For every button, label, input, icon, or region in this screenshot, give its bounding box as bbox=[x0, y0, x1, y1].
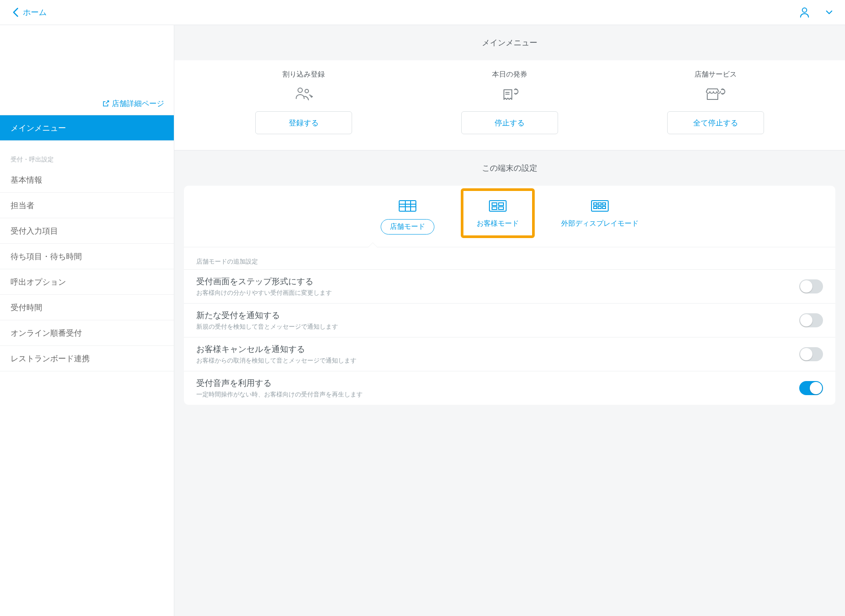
store-detail-label: 店舗詳細ページ bbox=[112, 99, 164, 109]
setting-desc: お客様向けの分かりやすい受付画面に変更します bbox=[196, 289, 332, 297]
header-actions bbox=[799, 7, 833, 18]
device-settings-title: この端末の設定 bbox=[174, 150, 845, 186]
action-label: 本日の発券 bbox=[492, 70, 527, 79]
sidebar-item-label: 呼出オプション bbox=[11, 277, 66, 287]
sidebar-item-online-queue[interactable]: オンライン順番受付 bbox=[0, 320, 174, 346]
sidebar-item-reception-hours[interactable]: 受付時間 bbox=[0, 295, 174, 320]
svg-point-1 bbox=[298, 88, 302, 92]
svg-rect-3 bbox=[399, 201, 416, 211]
sidebar-item-call-options[interactable]: 呼出オプション bbox=[0, 269, 174, 295]
store-detail-link[interactable]: 店舗詳細ページ bbox=[103, 99, 164, 109]
svg-rect-19 bbox=[603, 206, 606, 209]
sidebar-item-label: メインメニュー bbox=[11, 123, 66, 133]
button-label: 停止する bbox=[495, 118, 525, 128]
svg-rect-14 bbox=[594, 203, 597, 205]
svg-rect-15 bbox=[598, 203, 601, 205]
svg-rect-11 bbox=[492, 207, 497, 209]
mode-store[interactable]: 店舗モード bbox=[381, 199, 434, 235]
chevron-left-icon bbox=[12, 7, 19, 17]
stop-button[interactable]: 停止する bbox=[461, 111, 558, 134]
store-mode-icon bbox=[397, 199, 418, 213]
setting-text: 新たな受付を通知する 新規の受付を検知して音とメッセージで通知します bbox=[196, 310, 338, 331]
action-label: 店舗サービス bbox=[694, 70, 737, 79]
sidebar: 店舗詳細ページ メインメニュー 受付・呼出設定 基本情報 担当者 受付入力項目 … bbox=[0, 25, 174, 616]
chevron-down-icon[interactable] bbox=[826, 10, 833, 15]
user-icon[interactable] bbox=[799, 7, 810, 18]
action-interrupt-register: 割り込み登録 登録する bbox=[249, 70, 359, 134]
sidebar-item-wait-items[interactable]: 待ち項目・待ち時間 bbox=[0, 244, 174, 269]
main-actions-row: 割り込み登録 登録する 本日の発券 停止する 店舗サービス 全て停止する bbox=[174, 60, 845, 150]
toggle-voice[interactable] bbox=[799, 381, 823, 395]
sidebar-item-label: 待ち項目・待ち時間 bbox=[11, 251, 82, 262]
store-refresh-icon bbox=[705, 86, 727, 104]
svg-rect-12 bbox=[499, 207, 503, 209]
setting-new-notify: 新たな受付を通知する 新規の受付を検知して音とメッセージで通知します bbox=[184, 303, 835, 337]
mode-customer[interactable]: お客様モード bbox=[461, 188, 535, 238]
setting-title: 受付画面をステップ形式にする bbox=[196, 276, 332, 287]
external-link-icon bbox=[103, 100, 109, 107]
svg-point-0 bbox=[802, 8, 807, 12]
customer-mode-icon bbox=[488, 199, 508, 213]
sidebar-item-label: 受付時間 bbox=[11, 302, 42, 313]
sidebar-store-area: 店舗詳細ページ bbox=[0, 25, 174, 115]
svg-rect-10 bbox=[499, 203, 503, 205]
button-label: 登録する bbox=[289, 118, 319, 128]
action-today-ticket: 本日の発券 停止する bbox=[455, 70, 565, 134]
back-button[interactable]: ホーム bbox=[12, 7, 47, 18]
store-mode-extra-caption: 店舗モードの追加設定 bbox=[184, 247, 835, 269]
svg-point-2 bbox=[305, 89, 309, 93]
action-store-services: 店舗サービス 全て停止する bbox=[661, 70, 771, 134]
mode-label: お客様モード bbox=[477, 219, 519, 228]
sidebar-item-label: 受付入力項目 bbox=[11, 226, 58, 236]
sidebar-group-label: 受付・呼出設定 bbox=[0, 141, 174, 167]
toggle-step-reception[interactable] bbox=[799, 279, 823, 293]
svg-rect-9 bbox=[492, 203, 497, 205]
display-mode-icon bbox=[590, 199, 610, 213]
toggle-new-notify[interactable] bbox=[799, 313, 823, 327]
register-button[interactable]: 登録する bbox=[255, 111, 352, 134]
top-bar: ホーム bbox=[0, 0, 845, 25]
main-menu-title: メインメニュー bbox=[174, 25, 845, 60]
people-swap-icon bbox=[294, 86, 314, 104]
action-label: 割り込み登録 bbox=[283, 70, 325, 79]
svg-rect-17 bbox=[594, 206, 597, 209]
device-settings-card: 店舗モード お客様モード 外部ディスプレイモード 店舗モードの追加設定 受付画面… bbox=[184, 186, 835, 405]
stop-all-button[interactable]: 全て停止する bbox=[667, 111, 764, 134]
setting-desc: 新規の受付を検知して音とメッセージで通知します bbox=[196, 323, 338, 331]
sidebar-item-label: レストランボード連携 bbox=[11, 353, 90, 364]
button-label: 全て停止する bbox=[693, 118, 738, 128]
toggle-cancel-notify[interactable] bbox=[799, 347, 823, 361]
mode-external-display[interactable]: 外部ディスプレイモード bbox=[561, 199, 639, 235]
sidebar-item-main-menu[interactable]: メインメニュー bbox=[0, 115, 174, 141]
setting-title: お客様キャンセルを通知する bbox=[196, 344, 356, 355]
sidebar-item-label: 基本情報 bbox=[11, 175, 42, 185]
setting-cancel-notify: お客様キャンセルを通知する お客様からの取消を検知して音とメッセージで通知します bbox=[184, 337, 835, 371]
back-label: ホーム bbox=[23, 7, 47, 18]
sidebar-item-basic-info[interactable]: 基本情報 bbox=[0, 167, 174, 193]
sidebar-item-label: 担当者 bbox=[11, 200, 34, 211]
sidebar-item-staff[interactable]: 担当者 bbox=[0, 193, 174, 218]
setting-title: 受付音声を利用する bbox=[196, 378, 363, 389]
setting-desc: 一定時間操作がない時、お客様向けの受付音声を再生します bbox=[196, 391, 363, 399]
svg-rect-16 bbox=[603, 203, 606, 205]
sidebar-item-intake-fields[interactable]: 受付入力項目 bbox=[0, 218, 174, 244]
mode-label: 店舗モード bbox=[381, 219, 434, 235]
svg-rect-18 bbox=[598, 206, 601, 209]
sidebar-item-label: オンライン順番受付 bbox=[11, 328, 82, 338]
sidebar-item-restaurant-board[interactable]: レストランボード連携 bbox=[0, 346, 174, 371]
setting-text: 受付音声を利用する 一定時間操作がない時、お客様向けの受付音声を再生します bbox=[196, 378, 363, 399]
mode-pointer-icon bbox=[368, 243, 377, 247]
ticket-refresh-icon bbox=[500, 86, 520, 104]
setting-text: お客様キャンセルを通知する お客様からの取消を検知して音とメッセージで通知します bbox=[196, 344, 356, 365]
device-modes-row: 店舗モード お客様モード 外部ディスプレイモード bbox=[184, 186, 835, 247]
setting-text: 受付画面をステップ形式にする お客様向けの分かりやすい受付画面に変更します bbox=[196, 276, 332, 297]
setting-voice: 受付音声を利用する 一定時間操作がない時、お客様向けの受付音声を再生します bbox=[184, 371, 835, 405]
setting-desc: お客様からの取消を検知して音とメッセージで通知します bbox=[196, 357, 356, 365]
mode-label: 外部ディスプレイモード bbox=[561, 219, 639, 228]
setting-title: 新たな受付を通知する bbox=[196, 310, 338, 321]
setting-step-reception: 受付画面をステップ形式にする お客様向けの分かりやすい受付画面に変更します bbox=[184, 269, 835, 303]
content-area: メインメニュー 割り込み登録 登録する 本日の発券 停止する 店舗サービス bbox=[174, 25, 845, 616]
